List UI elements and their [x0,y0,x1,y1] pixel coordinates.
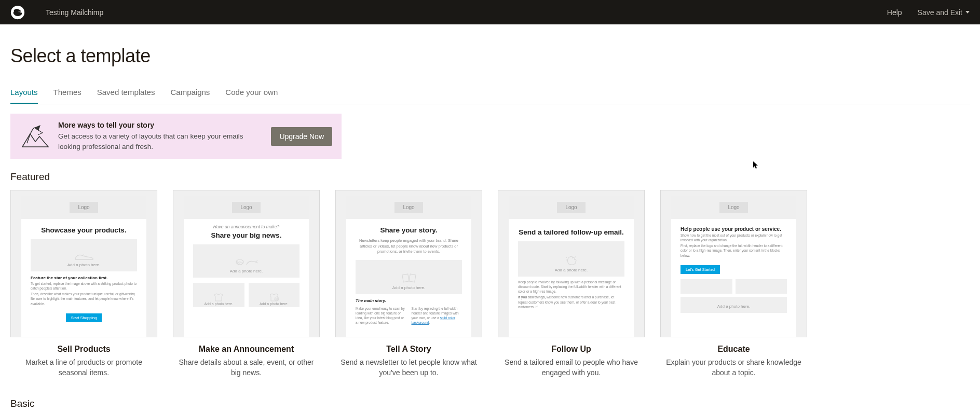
topbar-right: Help Save and Exit [887,8,970,17]
preview-photo-label: Add a photo here. [356,285,462,290]
preview-col: Start by replacing the full-width header… [412,306,462,325]
preview-headline: Help people use your product or service. [680,226,787,232]
template-description: Explain your products or share knowledge… [660,357,807,378]
svg-rect-8 [409,274,415,282]
topbar: Testing Mailchimp Help Save and Exit [0,0,980,24]
template-title: Sell Products [10,345,157,354]
template-card-sell-products[interactable]: Logo Showcase your products. Add a photo… [10,190,157,378]
tab-themes[interactable]: Themes [53,88,81,104]
preview-logo: Logo [70,202,98,213]
preview-photo-label: Add a photo here. [31,263,137,267]
upgrade-now-button[interactable]: Upgrade Now [271,127,332,146]
preview-photo-label: Add a photo here. [193,302,244,306]
book-icon [356,272,462,285]
template-title: Tell A Story [335,345,482,354]
save-and-exit-button[interactable]: Save and Exit [918,8,970,17]
template-title: Make an Announcement [173,345,320,354]
tab-layouts[interactable]: Layouts [10,88,38,104]
save-exit-label: Save and Exit [918,8,962,17]
preview-body: First, replace the logo and change the f… [680,243,787,257]
template-description: Send a newsletter to let people know wha… [335,357,482,378]
preview-headline: Showcase your products. [24,226,143,234]
preview-headline: Share your story. [349,226,468,234]
template-preview: Logo Share your story. Newsletters keep … [335,190,482,337]
shoe-icon [31,252,137,263]
preview-body: Show how to get the most out of your pro… [680,233,787,242]
template-description: Send a tailored email to people who have… [498,357,645,378]
template-card-make-announcement[interactable]: Logo Have an announcement to make? Share… [173,190,320,378]
preview-cta: Let's Get Started [680,265,720,274]
template-description: Share details about a sale, event, or ot… [173,357,320,378]
preview-bold-line: Feature the star of your collection firs… [31,276,137,280]
preview-logo: Logo [394,202,423,213]
wave-hand-icon [518,254,624,268]
chevron-down-icon [965,11,970,13]
section-heading-featured: Featured [10,171,970,183]
main-container: Select a template Layouts Themes Saved t… [0,24,980,412]
template-preview: Logo Showcase your products. Add a photo… [10,190,157,337]
banner-heading: More ways to tell your story [58,121,264,129]
preview-photo-label: Add a photo here. [193,269,300,273]
template-preview: Logo Send a tailored follow-up email. Ad… [498,190,645,337]
upgrade-banner: More ways to tell your story Get access … [10,114,342,159]
shirt-icon: -50% [249,293,300,302]
section-heading-basic: Basic [10,398,970,409]
banner-text: More ways to tell your story Get access … [58,121,264,152]
preview-body: Keep people involved by following up wit… [518,280,624,294]
preview-logo: Logo [232,202,260,213]
preview-headline: Send a tailored follow-up email. [512,228,631,236]
preview-square [736,279,787,294]
preview-photo-label: Add a photo here. [518,268,624,272]
preview-photo-label: Add a photo here. [249,302,300,306]
tab-code-your-own[interactable]: Code your own [225,88,278,104]
template-title: Follow Up [498,345,645,354]
banner-illustration-icon [20,123,51,149]
preview-cta: Start Shopping [66,313,102,322]
svg-point-2 [20,11,21,12]
svg-text:10%: 10% [236,261,243,264]
shirt-icon [193,293,244,302]
preview-bold: If you sell things, [518,295,546,299]
tabs: Layouts Themes Saved templates Campaigns… [10,88,970,104]
template-preview: Logo Have an announcement to make? Share… [173,190,320,337]
preview-col: Make your email easy to scan by leading … [356,306,406,325]
template-description: Market a line of products or promote sea… [10,357,157,378]
preview-bold-line: The main story. [356,298,462,303]
svg-text:-50%: -50% [274,298,279,300]
topbar-left: Testing Mailchimp [10,5,103,20]
svg-point-1 [19,11,20,12]
preview-photo-label: Add a photo here. [680,304,787,309]
preview-desc: Newsletters keep people engaged with you… [356,238,462,255]
megaphone-icon: 10% [193,257,300,269]
preview-body: To get started, replace the image above … [31,281,137,291]
tab-saved-templates[interactable]: Saved templates [97,88,155,104]
preview-logo: Logo [719,202,747,213]
template-card-educate[interactable]: Logo Help people use your product or ser… [660,190,807,378]
workspace-name: Testing Mailchimp [46,8,103,17]
template-card-follow-up[interactable]: Logo Send a tailored follow-up email. Ad… [498,190,645,378]
banner-description: Get access to a variety of layouts that … [58,131,264,152]
preview-square [680,279,732,294]
preview-body: Then, describe what makes your product u… [31,292,137,306]
template-card-tell-a-story[interactable]: Logo Share your story. Newsletters keep … [335,190,482,378]
preview-body: If you sell things, welcome new customer… [518,295,624,309]
preview-headline: Share your big news. [187,231,306,239]
svg-rect-7 [402,274,409,282]
help-link[interactable]: Help [887,8,902,17]
mailchimp-logo-icon[interactable] [10,5,25,20]
featured-templates-row: Logo Showcase your products. Add a photo… [10,190,970,378]
template-preview: Logo Help people use your product or ser… [660,190,807,337]
preview-logo: Logo [557,202,585,213]
preview-sub-italic: Have an announcement to make? [184,224,309,229]
page-title: Select a template [10,45,970,67]
template-title: Educate [660,345,807,354]
tab-campaigns[interactable]: Campaigns [170,88,210,104]
